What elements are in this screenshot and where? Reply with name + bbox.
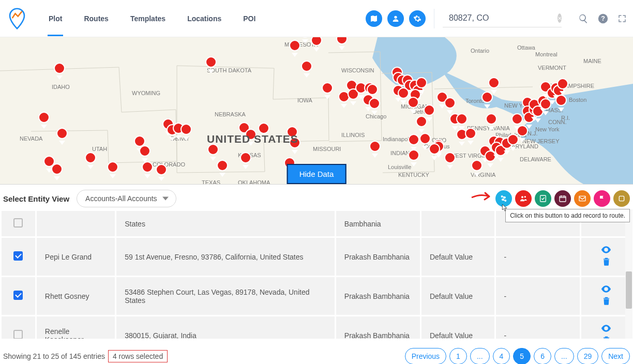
map-marker[interactable] [107, 161, 118, 176]
map-marker[interactable] [444, 97, 456, 112]
page-...[interactable]: ... [554, 348, 574, 364]
map-marker[interactable] [180, 124, 192, 138]
cell-address: 59 1st Avenue, Fresno, 93786, California… [116, 238, 335, 276]
map-marker[interactable] [85, 152, 96, 166]
cell-owner: Prakash Bambhania [336, 238, 420, 276]
map-marker[interactable] [369, 98, 380, 112]
map-marker[interactable] [301, 60, 312, 75]
map-marker[interactable] [471, 160, 483, 174]
bulk-action-row: Click on this button to add record to ro… [495, 190, 630, 207]
cell-address: States [116, 211, 335, 236]
page-Previous[interactable]: Previous [405, 348, 446, 364]
row-checkbox[interactable] [13, 330, 23, 339]
map-marker[interactable] [299, 37, 311, 41]
map-canvas[interactable]: IDAHOWYOMINGNEVADAUTAHCOLORADONEBRASKASO… [0, 37, 633, 185]
task-action-button[interactable] [535, 190, 551, 207]
rows-selected-badge: 4 rows selected [108, 350, 168, 362]
map-marker[interactable] [555, 95, 567, 109]
map-marker[interactable] [465, 128, 476, 142]
map-marker[interactable] [322, 82, 333, 97]
nav-poi[interactable]: POI [243, 1, 255, 36]
map-marker[interactable] [444, 152, 456, 166]
nav-plot[interactable]: Plot [49, 1, 62, 36]
row-checkbox[interactable] [13, 218, 23, 228]
map-marker[interactable] [429, 143, 440, 158]
cell-owner: Prakash Bambhania [336, 316, 420, 339]
fullscreen-icon[interactable] [617, 14, 627, 23]
divider [434, 9, 434, 28]
nav-routes[interactable]: Routes [84, 1, 108, 36]
map-marker[interactable] [456, 113, 468, 128]
scrollbar-track[interactable] [625, 209, 632, 339]
map-marker[interactable] [369, 141, 381, 155]
map-marker[interactable] [557, 78, 568, 93]
people-button[interactable] [387, 10, 404, 27]
more-action-button[interactable] [613, 190, 630, 207]
map-label: ILLINOIS [341, 132, 365, 138]
map-marker[interactable] [139, 145, 150, 160]
hide-data-button[interactable]: Hide Data [287, 164, 346, 184]
map-marker[interactable] [311, 37, 322, 49]
page-4[interactable]: 4 [493, 348, 510, 364]
cursor-icon [501, 204, 509, 214]
view-icon[interactable] [600, 248, 612, 256]
map-marker[interactable] [336, 37, 348, 48]
map-marker[interactable] [217, 160, 228, 174]
settings-button[interactable] [409, 10, 426, 27]
map-label: IDAHO [52, 84, 70, 90]
search-icon[interactable] [578, 13, 589, 24]
assign-action-button[interactable] [515, 190, 532, 207]
delete-icon[interactable] [601, 260, 611, 268]
view-icon[interactable] [600, 287, 612, 295]
search-input[interactable] [449, 13, 552, 23]
map-marker[interactable] [156, 164, 167, 178]
map-marker[interactable] [424, 104, 435, 119]
map-label: Montreal [535, 51, 557, 57]
map-label: WYOMING [132, 90, 160, 96]
delete-icon[interactable] [601, 299, 611, 308]
map-marker[interactable] [205, 56, 217, 71]
page-...[interactable]: ... [470, 348, 490, 364]
map-marker[interactable] [408, 149, 419, 164]
scrollbar-thumb[interactable] [626, 271, 632, 309]
page-29[interactable]: 29 [577, 348, 599, 364]
map-marker[interactable] [207, 144, 219, 158]
cell-value: Default Value [421, 238, 494, 276]
table-row: Pepi Le Grand59 1st Avenue, Fresno, 9378… [2, 238, 631, 276]
nav-locations[interactable]: Locations [187, 1, 221, 36]
row-checkbox[interactable] [13, 251, 23, 261]
view-icon[interactable] [600, 326, 612, 335]
map-marker[interactable] [56, 128, 68, 142]
map-label: Louisville [388, 164, 411, 170]
route-action-button[interactable] [495, 190, 512, 207]
cell-extra: - [496, 277, 580, 315]
page-6[interactable]: 6 [534, 348, 551, 364]
nav-templates[interactable]: Templates [130, 1, 165, 36]
map-marker[interactable] [240, 152, 251, 166]
page-1[interactable]: 1 [449, 348, 467, 364]
map-type-button[interactable] [366, 10, 382, 27]
map-marker[interactable] [408, 134, 419, 148]
location-search[interactable]: ✕ [443, 9, 562, 27]
map-marker[interactable] [408, 97, 419, 111]
table-footer: Showing 21 to 25 of 145 entries 4 rows s… [0, 339, 633, 364]
map-marker[interactable] [51, 163, 63, 178]
map-marker[interactable] [486, 113, 497, 128]
page-Next[interactable]: Next [601, 348, 630, 364]
map-marker[interactable] [142, 161, 153, 176]
cell-actions [581, 277, 631, 315]
page-5[interactable]: 5 [513, 348, 531, 364]
appointment-action-button[interactable] [554, 190, 571, 207]
email-action-button[interactable] [574, 190, 591, 207]
map-marker[interactable] [488, 77, 500, 92]
clear-search-button[interactable]: ✕ [557, 13, 562, 23]
map-marker[interactable] [38, 112, 50, 126]
map-marker[interactable] [289, 40, 300, 54]
flag-action-button[interactable] [594, 190, 610, 207]
map-label: WISCONSIN [341, 67, 374, 73]
entity-view-dropdown[interactable]: Accounts-All Accounts [77, 190, 176, 207]
map-marker[interactable] [54, 63, 65, 77]
cell-value [421, 211, 494, 236]
help-icon[interactable]: ? [598, 13, 608, 24]
row-checkbox[interactable] [13, 291, 23, 300]
